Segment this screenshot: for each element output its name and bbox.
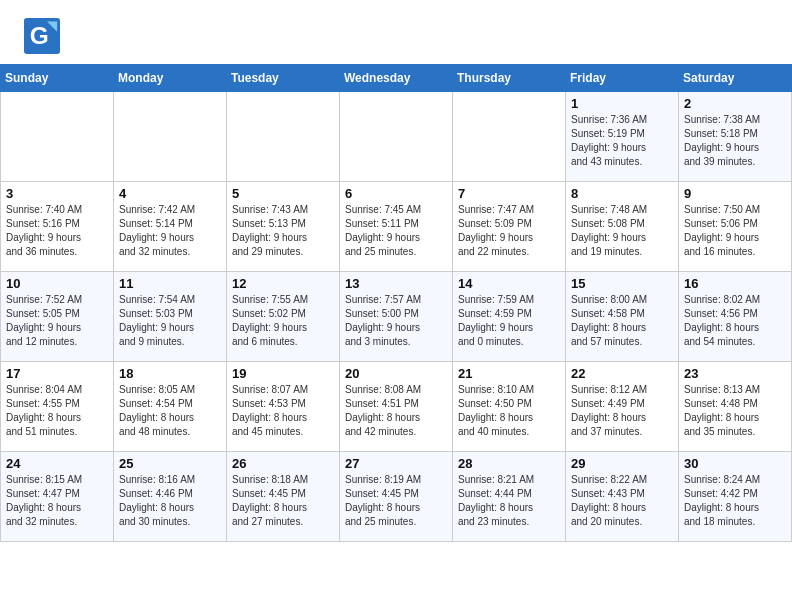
calendar-cell <box>114 92 227 182</box>
calendar-cell: 27Sunrise: 8:19 AM Sunset: 4:45 PM Dayli… <box>340 452 453 542</box>
day-info: Sunrise: 8:19 AM Sunset: 4:45 PM Dayligh… <box>345 473 447 529</box>
calendar-table: SundayMondayTuesdayWednesdayThursdayFrid… <box>0 64 792 542</box>
svg-text:G: G <box>30 22 49 49</box>
day-info: Sunrise: 7:52 AM Sunset: 5:05 PM Dayligh… <box>6 293 108 349</box>
day-number: 3 <box>6 186 108 201</box>
day-info: Sunrise: 7:59 AM Sunset: 4:59 PM Dayligh… <box>458 293 560 349</box>
day-info: Sunrise: 8:07 AM Sunset: 4:53 PM Dayligh… <box>232 383 334 439</box>
calendar-cell: 11Sunrise: 7:54 AM Sunset: 5:03 PM Dayli… <box>114 272 227 362</box>
day-info: Sunrise: 8:18 AM Sunset: 4:45 PM Dayligh… <box>232 473 334 529</box>
weekday-thursday: Thursday <box>453 65 566 92</box>
day-info: Sunrise: 8:16 AM Sunset: 4:46 PM Dayligh… <box>119 473 221 529</box>
day-number: 18 <box>119 366 221 381</box>
day-number: 30 <box>684 456 786 471</box>
day-info: Sunrise: 7:45 AM Sunset: 5:11 PM Dayligh… <box>345 203 447 259</box>
day-number: 23 <box>684 366 786 381</box>
day-number: 14 <box>458 276 560 291</box>
day-info: Sunrise: 8:05 AM Sunset: 4:54 PM Dayligh… <box>119 383 221 439</box>
day-number: 28 <box>458 456 560 471</box>
weekday-friday: Friday <box>566 65 679 92</box>
calendar-cell: 13Sunrise: 7:57 AM Sunset: 5:00 PM Dayli… <box>340 272 453 362</box>
calendar-cell: 21Sunrise: 8:10 AM Sunset: 4:50 PM Dayli… <box>453 362 566 452</box>
day-number: 27 <box>345 456 447 471</box>
calendar-cell: 10Sunrise: 7:52 AM Sunset: 5:05 PM Dayli… <box>1 272 114 362</box>
day-info: Sunrise: 8:00 AM Sunset: 4:58 PM Dayligh… <box>571 293 673 349</box>
day-number: 19 <box>232 366 334 381</box>
calendar-cell: 26Sunrise: 8:18 AM Sunset: 4:45 PM Dayli… <box>227 452 340 542</box>
calendar-week-5: 24Sunrise: 8:15 AM Sunset: 4:47 PM Dayli… <box>1 452 792 542</box>
calendar-cell: 16Sunrise: 8:02 AM Sunset: 4:56 PM Dayli… <box>679 272 792 362</box>
day-number: 29 <box>571 456 673 471</box>
calendar-header: SundayMondayTuesdayWednesdayThursdayFrid… <box>1 65 792 92</box>
calendar-cell <box>453 92 566 182</box>
day-info: Sunrise: 8:22 AM Sunset: 4:43 PM Dayligh… <box>571 473 673 529</box>
day-number: 4 <box>119 186 221 201</box>
calendar-cell: 30Sunrise: 8:24 AM Sunset: 4:42 PM Dayli… <box>679 452 792 542</box>
day-number: 13 <box>345 276 447 291</box>
page-header: G <box>0 0 792 64</box>
day-info: Sunrise: 7:50 AM Sunset: 5:06 PM Dayligh… <box>684 203 786 259</box>
day-number: 1 <box>571 96 673 111</box>
day-info: Sunrise: 8:21 AM Sunset: 4:44 PM Dayligh… <box>458 473 560 529</box>
day-number: 20 <box>345 366 447 381</box>
calendar-cell: 15Sunrise: 8:00 AM Sunset: 4:58 PM Dayli… <box>566 272 679 362</box>
calendar-week-1: 1Sunrise: 7:36 AM Sunset: 5:19 PM Daylig… <box>1 92 792 182</box>
day-number: 17 <box>6 366 108 381</box>
weekday-wednesday: Wednesday <box>340 65 453 92</box>
day-info: Sunrise: 8:13 AM Sunset: 4:48 PM Dayligh… <box>684 383 786 439</box>
calendar-week-4: 17Sunrise: 8:04 AM Sunset: 4:55 PM Dayli… <box>1 362 792 452</box>
day-number: 12 <box>232 276 334 291</box>
calendar-cell: 20Sunrise: 8:08 AM Sunset: 4:51 PM Dayli… <box>340 362 453 452</box>
day-info: Sunrise: 7:40 AM Sunset: 5:16 PM Dayligh… <box>6 203 108 259</box>
day-info: Sunrise: 8:12 AM Sunset: 4:49 PM Dayligh… <box>571 383 673 439</box>
day-number: 7 <box>458 186 560 201</box>
calendar-cell: 1Sunrise: 7:36 AM Sunset: 5:19 PM Daylig… <box>566 92 679 182</box>
calendar-cell <box>227 92 340 182</box>
day-number: 21 <box>458 366 560 381</box>
day-info: Sunrise: 7:38 AM Sunset: 5:18 PM Dayligh… <box>684 113 786 169</box>
day-number: 26 <box>232 456 334 471</box>
calendar-cell: 25Sunrise: 8:16 AM Sunset: 4:46 PM Dayli… <box>114 452 227 542</box>
day-info: Sunrise: 8:02 AM Sunset: 4:56 PM Dayligh… <box>684 293 786 349</box>
weekday-tuesday: Tuesday <box>227 65 340 92</box>
calendar-cell <box>1 92 114 182</box>
day-number: 8 <box>571 186 673 201</box>
day-info: Sunrise: 7:54 AM Sunset: 5:03 PM Dayligh… <box>119 293 221 349</box>
calendar-cell: 28Sunrise: 8:21 AM Sunset: 4:44 PM Dayli… <box>453 452 566 542</box>
day-info: Sunrise: 7:47 AM Sunset: 5:09 PM Dayligh… <box>458 203 560 259</box>
weekday-monday: Monday <box>114 65 227 92</box>
calendar-cell: 14Sunrise: 7:59 AM Sunset: 4:59 PM Dayli… <box>453 272 566 362</box>
calendar-cell: 7Sunrise: 7:47 AM Sunset: 5:09 PM Daylig… <box>453 182 566 272</box>
day-number: 24 <box>6 456 108 471</box>
day-info: Sunrise: 7:55 AM Sunset: 5:02 PM Dayligh… <box>232 293 334 349</box>
calendar-cell: 8Sunrise: 7:48 AM Sunset: 5:08 PM Daylig… <box>566 182 679 272</box>
day-number: 10 <box>6 276 108 291</box>
calendar-cell: 6Sunrise: 7:45 AM Sunset: 5:11 PM Daylig… <box>340 182 453 272</box>
calendar-body: 1Sunrise: 7:36 AM Sunset: 5:19 PM Daylig… <box>1 92 792 542</box>
weekday-saturday: Saturday <box>679 65 792 92</box>
calendar-week-3: 10Sunrise: 7:52 AM Sunset: 5:05 PM Dayli… <box>1 272 792 362</box>
calendar-cell: 17Sunrise: 8:04 AM Sunset: 4:55 PM Dayli… <box>1 362 114 452</box>
calendar-cell: 18Sunrise: 8:05 AM Sunset: 4:54 PM Dayli… <box>114 362 227 452</box>
day-number: 15 <box>571 276 673 291</box>
calendar-cell: 29Sunrise: 8:22 AM Sunset: 4:43 PM Dayli… <box>566 452 679 542</box>
calendar-cell: 4Sunrise: 7:42 AM Sunset: 5:14 PM Daylig… <box>114 182 227 272</box>
calendar-cell <box>340 92 453 182</box>
calendar-cell: 23Sunrise: 8:13 AM Sunset: 4:48 PM Dayli… <box>679 362 792 452</box>
calendar-cell: 2Sunrise: 7:38 AM Sunset: 5:18 PM Daylig… <box>679 92 792 182</box>
calendar-cell: 12Sunrise: 7:55 AM Sunset: 5:02 PM Dayli… <box>227 272 340 362</box>
weekday-sunday: Sunday <box>1 65 114 92</box>
calendar-cell: 22Sunrise: 8:12 AM Sunset: 4:49 PM Dayli… <box>566 362 679 452</box>
day-info: Sunrise: 7:43 AM Sunset: 5:13 PM Dayligh… <box>232 203 334 259</box>
day-number: 16 <box>684 276 786 291</box>
day-info: Sunrise: 7:42 AM Sunset: 5:14 PM Dayligh… <box>119 203 221 259</box>
day-info: Sunrise: 8:04 AM Sunset: 4:55 PM Dayligh… <box>6 383 108 439</box>
day-number: 25 <box>119 456 221 471</box>
calendar-cell: 9Sunrise: 7:50 AM Sunset: 5:06 PM Daylig… <box>679 182 792 272</box>
day-info: Sunrise: 8:10 AM Sunset: 4:50 PM Dayligh… <box>458 383 560 439</box>
day-info: Sunrise: 7:48 AM Sunset: 5:08 PM Dayligh… <box>571 203 673 259</box>
day-number: 11 <box>119 276 221 291</box>
logo-icon: G <box>24 18 60 54</box>
day-number: 2 <box>684 96 786 111</box>
day-info: Sunrise: 7:36 AM Sunset: 5:19 PM Dayligh… <box>571 113 673 169</box>
